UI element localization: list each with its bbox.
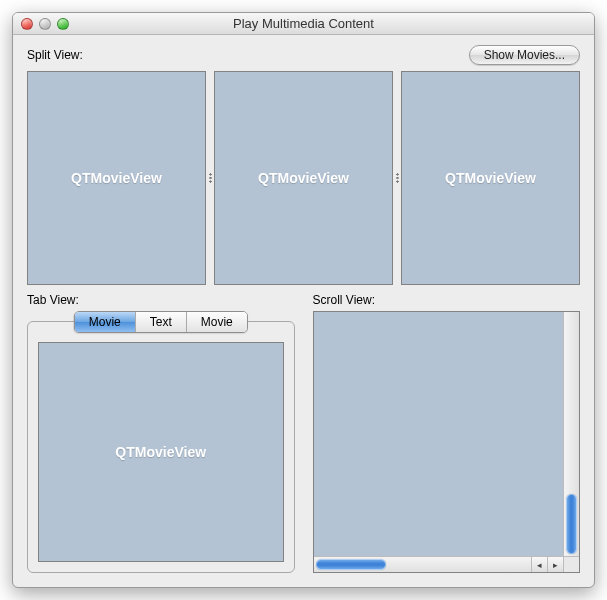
scroll-view-label: Scroll View:: [313, 293, 581, 307]
tab-content-movie[interactable]: QTMovieView: [38, 342, 284, 562]
show-movies-button[interactable]: Show Movies...: [469, 45, 580, 65]
tab-text[interactable]: Text: [136, 312, 187, 332]
bottom-row: Tab View: Movie Text Movie: [27, 293, 580, 573]
tab-label: Movie: [89, 315, 121, 329]
traffic-lights: [21, 18, 69, 30]
window-title: Play Multimedia Content: [13, 16, 594, 31]
scroll-left-button[interactable]: ◂: [531, 557, 547, 572]
window-content: Split View: Show Movies... QTMovieView Q…: [13, 35, 594, 587]
split-view: QTMovieView QTMovieView QTMovieView: [27, 71, 580, 285]
scroll-view: ◂ ▸: [313, 311, 581, 573]
split-pane-0[interactable]: QTMovieView: [27, 71, 206, 285]
tab-view-label: Tab View:: [27, 293, 295, 307]
scroll-corner: [563, 556, 579, 572]
scroll-view-column: Scroll View: ◂ ▸: [313, 293, 581, 573]
scroll-right-button[interactable]: ▸: [547, 557, 563, 572]
zoom-button[interactable]: [57, 18, 69, 30]
scroll-content[interactable]: [314, 312, 564, 556]
horizontal-scrollbar[interactable]: ◂ ▸: [314, 556, 564, 572]
split-pane-1[interactable]: QTMovieView: [214, 71, 393, 285]
close-button[interactable]: [21, 18, 33, 30]
minimize-button[interactable]: [39, 18, 51, 30]
tab-movie-2[interactable]: Movie: [187, 312, 247, 332]
top-row: Split View: Show Movies...: [27, 45, 580, 65]
vertical-scrollbar[interactable]: [563, 312, 579, 556]
split-divider-1[interactable]: [393, 71, 401, 285]
tab-label: Movie: [201, 315, 233, 329]
horizontal-scroll-thumb[interactable]: [316, 559, 386, 570]
split-view-label: Split View:: [27, 48, 83, 62]
split-pane-2[interactable]: QTMovieView: [401, 71, 580, 285]
split-divider-0[interactable]: [206, 71, 214, 285]
movie-placeholder: QTMovieView: [115, 444, 206, 460]
tab-movie-1[interactable]: Movie: [75, 312, 136, 332]
tab-label: Text: [150, 315, 172, 329]
tab-view: Movie Text Movie QTMovieView: [27, 321, 295, 573]
movie-placeholder: QTMovieView: [71, 170, 162, 186]
movie-placeholder: QTMovieView: [258, 170, 349, 186]
tab-bar: Movie Text Movie: [74, 311, 248, 333]
movie-placeholder: QTMovieView: [445, 170, 536, 186]
titlebar: Play Multimedia Content: [13, 13, 594, 35]
horizontal-scroll-arrows: ◂ ▸: [531, 557, 563, 572]
window: Play Multimedia Content Split View: Show…: [12, 12, 595, 588]
vertical-scroll-thumb[interactable]: [566, 494, 577, 554]
tab-view-column: Tab View: Movie Text Movie: [27, 293, 295, 573]
